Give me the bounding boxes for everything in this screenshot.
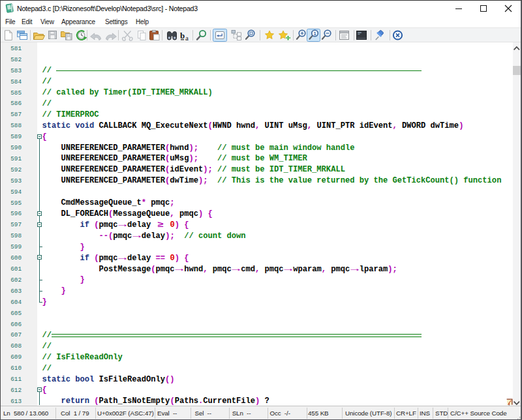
svg-text:b: b — [180, 31, 185, 40]
svg-text:1: 1 — [313, 31, 316, 37]
svg-text:a: a — [185, 34, 189, 42]
